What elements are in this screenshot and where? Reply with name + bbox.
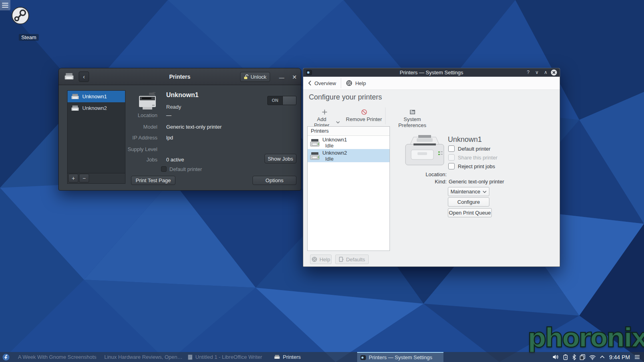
- printers-panel-header: Printers: [308, 127, 390, 136]
- footer-help-button[interactable]: Help: [310, 255, 332, 264]
- field-value: lpd: [166, 135, 173, 141]
- application-launcher-button[interactable]: [0, 352, 12, 362]
- system-settings-icon: [360, 355, 366, 360]
- default-printer-checkbox[interactable]: [448, 145, 455, 152]
- panel-menu-icon[interactable]: [634, 355, 640, 359]
- toggle-knob: [282, 96, 296, 105]
- list-item[interactable]: Unknown1: [68, 91, 125, 102]
- system-preferences-button[interactable]: System Preferences: [390, 108, 434, 123]
- steam-label: Steam: [19, 34, 39, 41]
- remove-printer-label: Remove Printer: [346, 116, 382, 122]
- default-printer-label: Default printer: [169, 166, 202, 172]
- default-printer-label: Default printer: [458, 146, 491, 152]
- share-printer-label: Share this printer: [458, 155, 497, 161]
- clock[interactable]: 9:44 PM: [609, 354, 630, 360]
- close-icon: [551, 70, 557, 76]
- expand-tray-icon[interactable]: [600, 355, 605, 359]
- fedora-logo-icon: [2, 354, 10, 361]
- minimize-button[interactable]: ∨: [533, 69, 541, 76]
- task-item-active[interactable]: Printers — System Settings: [357, 352, 443, 362]
- show-jobs-label: Show Jobs: [268, 156, 293, 162]
- task-item-label: Printers — System Settings: [369, 354, 432, 360]
- add-printer-button[interactable]: Add Printer: [309, 108, 340, 123]
- remove-printer-button[interactable]: −: [79, 174, 89, 183]
- printer-detail-name: Unknown1: [448, 135, 482, 144]
- wifi-icon[interactable]: [589, 354, 596, 360]
- system-preferences-label: System Preferences: [390, 116, 434, 128]
- help-button[interactable]: ?: [525, 69, 532, 76]
- printer-icon: [274, 354, 280, 360]
- unlock-label: Unlock: [250, 74, 266, 80]
- plus-icon: [322, 109, 328, 115]
- unlock-button[interactable]: Unlock: [240, 72, 270, 82]
- gnome-printers-window: ‹ Printers Unlock — ✕ Unknown1 Unknown2 …: [58, 68, 301, 191]
- bluetooth-icon[interactable]: [572, 354, 576, 360]
- taskbar: A Week With Gnome Screenshots Linux Hard…: [0, 352, 644, 362]
- configure-label: Configure: [457, 199, 480, 205]
- clipboard-icon[interactable]: [580, 354, 585, 360]
- close-button[interactable]: [551, 70, 557, 76]
- steam-desktop-shortcut[interactable]: Steam: [11, 6, 46, 41]
- volume-icon[interactable]: [553, 354, 559, 360]
- task-item[interactable]: A Week With Gnome Screenshots: [12, 352, 98, 362]
- printer-detail-name: Unknown1: [166, 91, 199, 99]
- printer-icon: [71, 105, 79, 111]
- steam-icon: [11, 6, 30, 25]
- remove-printer-button[interactable]: Remove Printer: [345, 108, 383, 123]
- help-icon: [346, 80, 352, 86]
- printer-status: Idle: [322, 156, 347, 162]
- field-label: Jobs: [117, 157, 157, 163]
- maintenance-label: Maintenance: [451, 189, 480, 195]
- printer-status: Idle: [322, 143, 347, 149]
- system-preferences-icon: [409, 109, 415, 115]
- options-button[interactable]: Options: [252, 176, 296, 185]
- task-item[interactable]: Linux Hardware Reviews, Open…: [98, 352, 185, 362]
- list-item[interactable]: Unknown2: [68, 102, 125, 114]
- field-value: —: [166, 112, 171, 118]
- help-label: Help: [355, 80, 366, 86]
- default-printer-checkbox[interactable]: [161, 166, 167, 172]
- chevron-down-icon: [483, 191, 487, 193]
- print-test-page-button[interactable]: Print Test Page: [131, 176, 175, 185]
- field-label: IP Address: [117, 135, 157, 141]
- task-item[interactable]: Untitled 1 - LibreOffice Writer: [185, 352, 271, 362]
- kde-window-title: Printers — System Settings: [303, 70, 560, 76]
- open-lock-icon: [244, 74, 248, 80]
- printer-name: Unknown1: [82, 93, 107, 99]
- action-separator: [385, 107, 386, 124]
- defaults-button[interactable]: Defaults: [335, 255, 369, 264]
- printer-power-toggle[interactable]: ON: [267, 96, 296, 105]
- battery-icon[interactable]: [563, 354, 568, 360]
- minimize-button[interactable]: —: [277, 72, 286, 82]
- open-print-queue-label: Open Print Queue: [449, 210, 491, 216]
- close-icon[interactable]: ✕: [290, 72, 299, 82]
- open-print-queue-button[interactable]: Open Print Queue: [448, 208, 492, 217]
- configure-button[interactable]: Configure: [448, 197, 489, 207]
- system-tray: 9:44 PM: [553, 354, 644, 360]
- overview-button[interactable]: Overview: [303, 77, 341, 90]
- reject-jobs-checkbox[interactable]: [448, 163, 455, 169]
- task-item[interactable]: Printers: [271, 352, 357, 362]
- defaults-icon: [339, 257, 344, 262]
- page-title: Configure your printers: [309, 93, 382, 101]
- show-jobs-button[interactable]: Show Jobs: [264, 154, 296, 163]
- desktop-menu-button[interactable]: [0, 0, 10, 10]
- chevron-down-icon: [336, 121, 340, 123]
- printer-status: Ready: [166, 104, 181, 110]
- task-item-label: A Week With Gnome Screenshots: [18, 354, 96, 360]
- options-label: Options: [266, 177, 284, 183]
- printer-image: [138, 91, 157, 111]
- printer-row-selected[interactable]: Unknown2 Idle: [308, 149, 390, 162]
- printer-name: Unknown2: [322, 150, 347, 156]
- help-button[interactable]: Help: [341, 77, 371, 90]
- footer-help-label: Help: [320, 257, 330, 263]
- add-printer-button[interactable]: +: [68, 174, 78, 183]
- task-item-label: Linux Hardware Reviews, Open…: [104, 354, 183, 360]
- printer-row[interactable]: Unknown1 Idle: [308, 136, 390, 149]
- maintenance-dropdown[interactable]: Maintenance: [448, 187, 489, 196]
- print-test-page-label: Print Test Page: [136, 177, 171, 183]
- printer-image: [405, 134, 445, 167]
- printer-name: Unknown1: [322, 137, 347, 143]
- remove-icon: [361, 109, 367, 115]
- maximize-button[interactable]: ∧: [542, 69, 549, 76]
